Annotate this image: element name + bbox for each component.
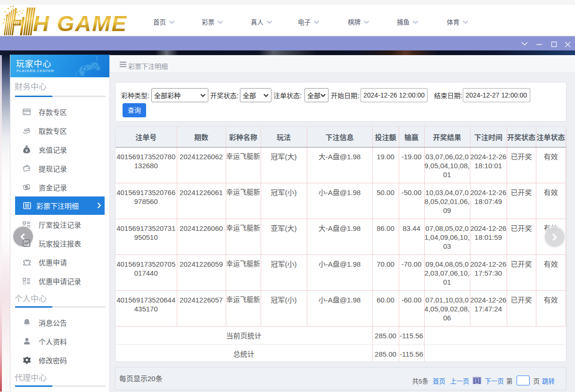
svg-text:H GAME: H GAME: [33, 11, 127, 36]
